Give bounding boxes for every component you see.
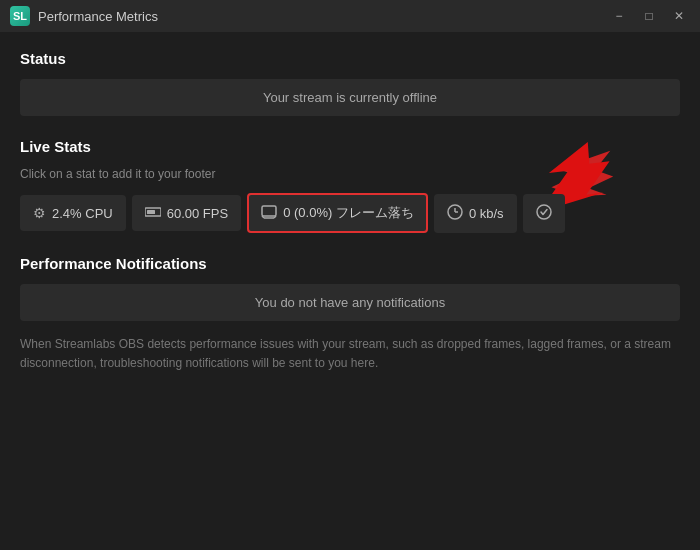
dropped-frames-icon: [261, 205, 277, 222]
titlebar: SL Performance Metrics − □ ✕: [0, 0, 700, 32]
live-stats-section: Live Stats Click on a stat to add it to …: [20, 138, 680, 233]
titlebar-controls: − □ ✕: [606, 6, 692, 26]
stats-wrapper: ⚙ 2.4% CPU 60.00 FPS: [20, 193, 680, 233]
bandwidth-icon: [447, 204, 463, 223]
status-section-title: Status: [20, 50, 680, 67]
main-window: SL Performance Metrics − □ ✕ Status Your…: [0, 0, 700, 550]
status-section: Status Your stream is currently offline: [20, 50, 680, 116]
svg-point-12: [537, 205, 551, 219]
cpu-value: 2.4% CPU: [52, 206, 113, 221]
cpu-icon: ⚙: [33, 205, 46, 221]
notifications-description: When Streamlabs OBS detects performance …: [20, 335, 680, 373]
notifications-title: Performance Notifications: [20, 255, 680, 272]
bandwidth-svg-icon: [447, 204, 463, 220]
live-stats-title: Live Stats: [20, 138, 680, 155]
content-area: Status Your stream is currently offline …: [0, 32, 700, 550]
status-bar: Your stream is currently offline: [20, 79, 680, 116]
close-button[interactable]: ✕: [666, 6, 692, 26]
notifications-bar: You do not have any notifications: [20, 284, 680, 321]
titlebar-left: SL Performance Metrics: [10, 6, 158, 26]
fps-icon: [145, 205, 161, 221]
maximize-button[interactable]: □: [636, 6, 662, 26]
check-icon: [536, 204, 552, 223]
dropped-frames-stat[interactable]: 0 (0.0%) フレーム落ち: [247, 193, 428, 233]
check-stat[interactable]: [523, 194, 565, 233]
svg-rect-5: [262, 206, 276, 216]
app-icon: SL: [10, 6, 30, 26]
cpu-stat[interactable]: ⚙ 2.4% CPU: [20, 195, 126, 231]
minimize-button[interactable]: −: [606, 6, 632, 26]
live-stats-subtitle: Click on a stat to add it to your footer: [20, 167, 680, 181]
fps-svg-icon: [145, 206, 161, 218]
notifications-section: Performance Notifications You do not hav…: [20, 255, 680, 373]
fps-stat[interactable]: 60.00 FPS: [132, 195, 241, 231]
fps-value: 60.00 FPS: [167, 206, 228, 221]
dropped-frames-value: 0 (0.0%) フレーム落ち: [283, 204, 414, 222]
svg-rect-3: [147, 210, 155, 214]
stats-row: ⚙ 2.4% CPU 60.00 FPS: [20, 193, 680, 233]
dropped-frames-svg-icon: [261, 205, 277, 219]
titlebar-title: Performance Metrics: [38, 9, 158, 24]
bandwidth-stat[interactable]: 0 kb/s: [434, 194, 517, 233]
bandwidth-value: 0 kb/s: [469, 206, 504, 221]
check-svg-icon: [536, 204, 552, 220]
